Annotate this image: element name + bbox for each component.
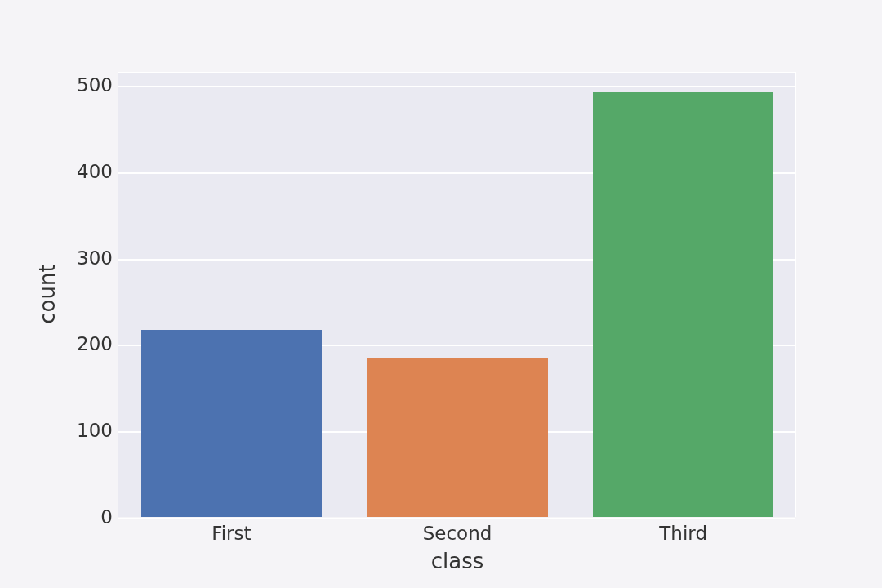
bar-third — [593, 92, 773, 517]
y-tick-label: 500 — [64, 74, 113, 96]
bar-first — [141, 330, 322, 517]
x-tick-label: First — [212, 523, 251, 544]
plot-area — [118, 72, 796, 517]
y-tick-label: 100 — [64, 420, 113, 441]
grid-line — [118, 518, 795, 519]
chart-frame: 0100200300400500 FirstSecondThird count … — [0, 0, 882, 588]
x-tick-label: Second — [423, 523, 492, 544]
y-axis-label: count — [35, 264, 60, 323]
y-tick-label: 300 — [64, 247, 113, 269]
x-axis-label: class — [431, 549, 484, 573]
grid-line — [118, 86, 795, 87]
y-tick-label: 0 — [64, 506, 113, 528]
bar-second — [367, 358, 547, 517]
y-tick-label: 400 — [64, 161, 113, 182]
x-tick-label: Third — [659, 523, 707, 544]
y-tick-label: 200 — [64, 333, 113, 354]
